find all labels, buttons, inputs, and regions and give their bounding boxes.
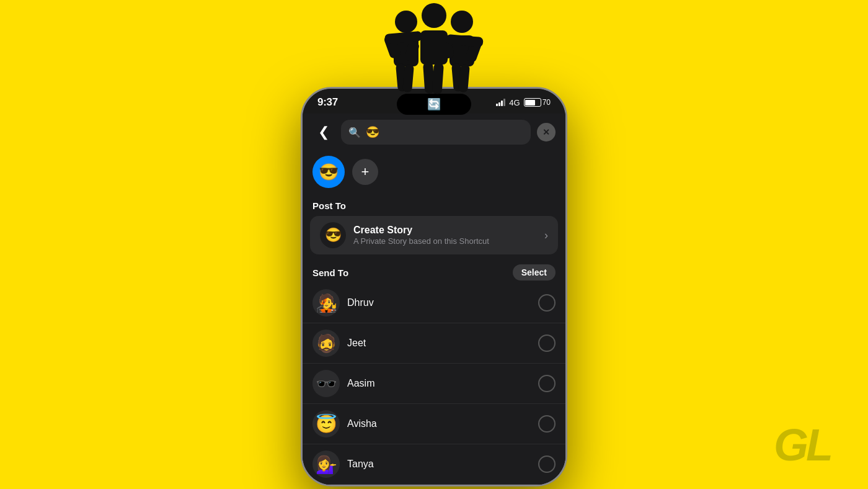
contact-avatar-tanya: 💁‍♀️ — [312, 451, 340, 478]
snapchat-icon: 🔄 — [427, 97, 441, 111]
avatar-avisha: 😇 — [316, 414, 337, 434]
search-icon: 🔍 — [348, 127, 361, 138]
back-button[interactable]: ❮ — [312, 121, 335, 143]
contact-name-avisha: Avisha — [347, 418, 531, 429]
search-bar[interactable]: 🔍 😎 — [341, 120, 531, 145]
svg-rect-17 — [432, 63, 444, 94]
signal-bar-4 — [503, 99, 505, 106]
post-to-header: Post To — [303, 195, 565, 213]
contact-avatar-aasim: 🕶️ — [312, 370, 340, 397]
chevron-right-icon: › — [544, 229, 548, 242]
avatar-dhruv: 🧑‍🎤 — [316, 293, 337, 313]
svg-point-0 — [395, 11, 417, 33]
contact-avatar-avisha: 😇 — [312, 410, 340, 437]
contact-name-tanya: Tanya — [347, 459, 531, 470]
send-to-label: Send To — [312, 267, 348, 278]
avatar-row: 😎 + — [303, 151, 565, 195]
battery-fill — [525, 100, 535, 105]
select-aasim[interactable] — [538, 375, 556, 392]
watermark: GL — [774, 419, 831, 470]
avatar-tanya: 💁‍♀️ — [316, 454, 337, 475]
create-story-subtitle: A Private Story based on this Shortcut — [353, 236, 537, 246]
network-type: 4G — [509, 98, 520, 107]
status-time: 9:37 — [317, 96, 338, 109]
select-dhruv[interactable] — [538, 294, 556, 312]
add-icon: + — [361, 164, 370, 180]
add-button[interactable]: + — [352, 159, 378, 185]
battery: 70 — [524, 98, 551, 107]
contact-name-dhruv: Dhruv — [347, 297, 531, 308]
svg-point-6 — [451, 11, 473, 33]
user-avatar[interactable]: 😎 — [312, 156, 345, 188]
select-avisha[interactable] — [538, 415, 556, 433]
select-button[interactable]: Select — [513, 264, 556, 280]
clear-button[interactable]: ✕ — [537, 123, 556, 141]
create-story-title: Create Story — [353, 225, 537, 236]
contact-name-aasim: Aasim — [347, 378, 531, 389]
contact-row[interactable]: 🕶️ Aasim — [303, 364, 565, 404]
contact-row[interactable]: 🧔 Jeet — [303, 323, 565, 364]
select-tanya[interactable] — [538, 455, 556, 473]
avatar-emoji: 😎 — [319, 163, 339, 182]
signal-bar-1 — [496, 104, 498, 106]
search-emoji: 😎 — [366, 125, 379, 139]
create-story-row[interactable]: 😎 Create Story A Private Story based on … — [310, 216, 558, 254]
phone-content: ❮ 🔍 😎 ✕ 😎 + Po — [303, 114, 565, 485]
story-emoji-circle: 😎 — [320, 222, 346, 248]
avatar-jeet: 🧔 — [316, 333, 337, 354]
send-to-header: Send To Select — [303, 257, 565, 283]
story-emoji: 😎 — [325, 227, 342, 243]
search-row: ❮ 🔍 😎 ✕ — [303, 114, 565, 151]
avatar-aasim: 🕶️ — [316, 374, 337, 394]
back-icon: ❮ — [318, 124, 329, 140]
people-icon — [372, 0, 496, 99]
signal-bar-3 — [501, 101, 503, 106]
post-to-label: Post To — [312, 200, 346, 211]
create-story-text: Create Story A Private Story based on th… — [353, 225, 537, 246]
clear-icon: ✕ — [542, 127, 550, 137]
phone: 9:37 🔄 4G 70 — [301, 87, 567, 487]
contact-row[interactable]: 🧑‍🎤 Dhruv — [303, 283, 565, 323]
phone-wrapper: 9:37 🔄 4G 70 — [301, 87, 567, 487]
status-right: 4G 70 — [496, 98, 551, 107]
contact-row[interactable]: 💁‍♀️ Tanya — [303, 444, 565, 485]
contact-row[interactable]: 😇 Avisha — [303, 404, 565, 444]
signal-bar-2 — [498, 102, 500, 106]
battery-level: 70 — [542, 98, 551, 107]
contact-name-jeet: Jeet — [347, 338, 531, 349]
contact-list: 🧑‍🎤 Dhruv 🧔 Jeet 🕶️ Aasim — [303, 283, 565, 485]
svg-point-12 — [422, 3, 446, 28]
signal-bars — [496, 99, 505, 106]
select-jeet[interactable] — [538, 334, 556, 352]
battery-body — [524, 98, 541, 107]
contact-avatar-dhruv: 🧑‍🎤 — [312, 289, 340, 316]
svg-rect-13 — [420, 30, 448, 65]
contact-avatar-jeet: 🧔 — [312, 330, 340, 357]
